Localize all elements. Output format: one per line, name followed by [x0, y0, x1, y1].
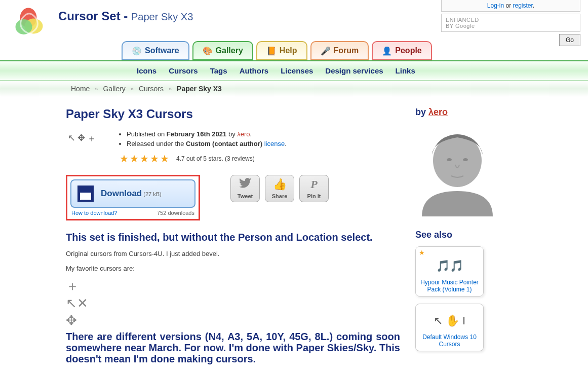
subnav-tags[interactable]: Tags [210, 66, 227, 75]
subnav-design-services[interactable]: Design services [325, 66, 383, 75]
subnav-icons[interactable]: Icons [137, 66, 156, 75]
body-heading-2: There are different versions (N4, A3, 5A… [66, 331, 400, 364]
svg-point-2 [16, 19, 32, 34]
twitter-icon [239, 178, 251, 191]
breadcrumb-current: Paper Sky X3 [177, 85, 222, 93]
star-icon: ★ [130, 153, 139, 165]
download-size: (27 kB) [142, 191, 162, 197]
tweet-button[interactable]: Tweet [230, 175, 260, 202]
tab-forum[interactable]: 🎤 Forum [310, 41, 369, 60]
author-link-inline[interactable]: λero [237, 130, 250, 138]
breadcrumb: Home » Gallery » Cursors » Paper Sky X3 [0, 85, 588, 93]
author-link-sidebar[interactable]: λero [428, 107, 448, 117]
see-also-label: Default Windows 10 Cursors [419, 334, 480, 348]
thumbs-up-icon: 👍 [273, 178, 287, 191]
search-go-button[interactable]: Go [559, 34, 580, 46]
move-cursor-icon: ✥ [66, 314, 400, 327]
cursor-preview-thumb: ↖ ✥ ＋ [66, 130, 106, 161]
license-link[interactable]: license [262, 140, 285, 147]
person-icon: 👤 [382, 46, 391, 55]
see-also-item[interactable]: ★ 🎵🎵 Hypour Music Pointer Pack (Volume 1… [415, 246, 484, 297]
sidebar-see-also-heading: See also [415, 230, 537, 240]
arrow-no-cursor-icon: ↖✕ [66, 297, 400, 310]
share-button[interactable]: 👍 Share [265, 175, 294, 202]
login-link[interactable]: Log-in [487, 2, 504, 9]
star-icon: ★ [160, 153, 169, 165]
subnav-cursors[interactable]: Cursors [169, 66, 198, 75]
rating-stars[interactable]: ★ ★ ★ ★ ★ [120, 153, 169, 165]
download-count: 752 downloads [157, 210, 194, 216]
disc-icon: 💿 [132, 46, 141, 55]
subnav-licenses[interactable]: Licenses [281, 66, 313, 75]
disk-icon [77, 186, 94, 202]
crosshair-cursor-icon: ＋ [87, 132, 96, 159]
arrow-cursor-icon: ↖ [68, 132, 75, 159]
see-also-thumb: 🎵🎵 [419, 253, 480, 279]
download-box: Download (27 kB) How to download? 752 do… [66, 175, 200, 220]
subnav-links[interactable]: Links [396, 66, 415, 75]
meta-published: Published on February 16th 2021 by λero. [127, 130, 287, 138]
pin-button[interactable]: P Pin it [299, 175, 329, 202]
body-heading-1: This set is finished, but without the Pe… [66, 232, 400, 243]
subnav-authors[interactable]: Authors [240, 66, 269, 75]
rating-text: 4.7 out of 5 stars. (3 reviews) [176, 155, 255, 162]
site-logo[interactable] [10, 4, 48, 42]
palette-icon: 🎨 [203, 46, 212, 55]
tab-people[interactable]: 👤 People [372, 41, 432, 60]
tab-software[interactable]: 💿 Software [122, 41, 189, 60]
see-also-item[interactable]: ↖ ✋ I Default Windows 10 Cursors [415, 304, 484, 351]
sidebar-by-heading: by λero [415, 107, 537, 118]
tab-gallery[interactable]: 🎨 Gallery [192, 41, 253, 60]
how-to-download-link[interactable]: How to download? [71, 210, 117, 216]
download-button[interactable]: Download (27 kB) [70, 179, 195, 208]
tab-help[interactable]: 📙 Help [256, 41, 307, 60]
search-input-wrap[interactable]: ENHANCED BY Google [441, 14, 580, 32]
star-icon: ★ [150, 153, 159, 165]
see-also-label: Hypour Music Pointer Pack (Volume 1) [419, 279, 480, 293]
chevron-icon: » [169, 86, 172, 92]
breadcrumb-gallery[interactable]: Gallery [103, 85, 125, 93]
star-icon: ★ [140, 153, 149, 165]
body-paragraph-1: Original cursors from Cursors-4U. I just… [66, 250, 400, 257]
svg-point-5 [447, 158, 452, 161]
chevron-icon: » [95, 86, 98, 92]
search-prefix-text: ENHANCED BY Google [446, 17, 488, 29]
page-title-name: Paper Sky X3 [131, 11, 193, 22]
auth-links: Log-in or register. [441, 0, 580, 12]
svg-point-6 [463, 158, 468, 161]
author-avatar[interactable] [415, 124, 499, 217]
breadcrumb-cursors[interactable]: Cursors [139, 85, 164, 93]
auth-or: or [504, 2, 513, 9]
page-title-prefix: Cursor Set - [58, 9, 131, 23]
breadcrumb-home[interactable]: Home [71, 85, 90, 93]
meta-license: Released under the Custom (contact autho… [127, 140, 287, 147]
crosshair-cursor-icon: ＋ [66, 279, 400, 292]
register-link[interactable]: register [513, 2, 533, 9]
page-heading: Paper Sky X3 Cursors [66, 107, 400, 121]
see-also-thumb: ↖ ✋ I [419, 308, 480, 334]
download-label: Download [101, 189, 142, 198]
body-paragraph-2: My favorite cursors are: [66, 265, 400, 272]
move-cursor-icon: ✥ [77, 132, 85, 159]
mic-icon: 🎤 [321, 46, 330, 55]
pinterest-icon: P [310, 178, 317, 191]
star-icon: ★ [120, 153, 129, 165]
chevron-icon: » [131, 86, 134, 92]
help-icon: 📙 [266, 46, 276, 55]
search-input[interactable] [491, 19, 576, 27]
